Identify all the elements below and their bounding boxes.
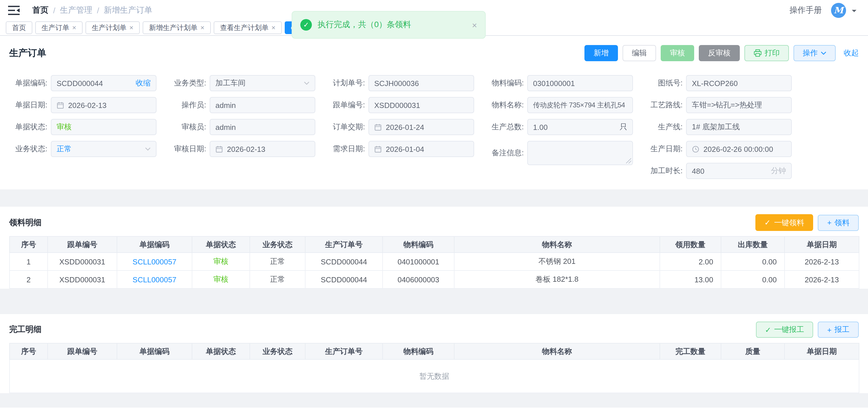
field-audit-date: 审核日期: 2026-02-13 (168, 141, 315, 157)
tab-close-icon[interactable]: × (200, 24, 205, 31)
biz-type-value: 加工车间 (215, 78, 300, 88)
route-input[interactable]: 车钳=>钻孔=>热处理 (686, 97, 792, 113)
field-material-code: 物料编码: 0301000001 (486, 75, 633, 91)
field-doc-status: 单据状态: 审核 (9, 119, 156, 135)
tab-production-order[interactable]: 生产订单 × (35, 21, 83, 34)
material-code-input[interactable]: 0301000001 (527, 75, 633, 91)
clock-icon (692, 145, 700, 153)
cell-material-name: 不锈钢 201 (454, 253, 660, 270)
operator-input[interactable]: admin (210, 97, 315, 113)
finished-work-table: 序号 跟单编号 单据编码 单据状态 业务状态 生产订单号 物料编码 物料名称 完… (9, 343, 859, 393)
biz-status-select[interactable]: 正常 (51, 141, 156, 157)
empty-placeholder: 暂无数据 (9, 359, 859, 393)
field-label: 物料名称: (486, 100, 524, 110)
tab-close-icon[interactable]: × (72, 24, 76, 31)
resize-handle-icon[interactable] (626, 158, 631, 163)
select-caret-icon (304, 82, 310, 85)
total-qty-input[interactable]: 1.00 只 (527, 119, 633, 135)
col-doc-code: 单据编码 (117, 236, 192, 253)
plan-no-input[interactable]: SCJH000036 (368, 75, 474, 91)
field-label: 计划单号: (327, 78, 365, 88)
duration-input[interactable]: 480 分钟 (686, 163, 792, 179)
tab-close-icon[interactable]: × (129, 24, 133, 31)
add-button[interactable]: 新增 (584, 45, 618, 61)
follow-no-value: XSDD000031 (374, 101, 468, 109)
prod-date-input[interactable]: 2026-02-26 00:00:00 (686, 141, 792, 157)
field-plan-no: 计划单号: SCJH000036 (327, 75, 474, 91)
collapse-panel-link[interactable]: 收起 (844, 48, 859, 58)
user-avatar[interactable]: M (831, 3, 846, 18)
cell-biz-status: 正常 (250, 270, 305, 288)
add-requisition-button[interactable]: + 领料 (818, 215, 859, 231)
remark-textarea[interactable] (527, 141, 633, 165)
plan-no-value: SCJH000036 (374, 79, 468, 88)
quick-report-button[interactable]: ✓ 一键报工 (756, 322, 813, 338)
manual-link[interactable]: 操作手册 (789, 5, 822, 15)
col-requisition-qty: 领用数量 (660, 236, 721, 253)
material-name-input[interactable]: 传动皮轮件 735×794 主机孔54 (527, 97, 633, 113)
biz-type-select[interactable]: 加工车间 (210, 75, 315, 91)
select-caret-icon (145, 147, 151, 151)
material-requisition-table: 序号 跟单编号 单据编码 单据状态 业务状态 生产订单号 物料编码 物料名称 领… (9, 236, 859, 289)
unaudit-button[interactable]: 反审核 (699, 45, 740, 61)
add-report-button[interactable]: + 报工 (818, 322, 859, 338)
demand-date-input[interactable]: 2026-01-04 (368, 141, 474, 157)
field-label: 单据日期: (9, 100, 48, 110)
tab-production-plan[interactable]: 生产计划单 × (86, 21, 140, 34)
col-material-name: 物料名称 (454, 343, 660, 359)
tab-home[interactable]: 首页 (6, 21, 32, 34)
follow-no-input[interactable]: XSDD000031 (368, 97, 474, 113)
field-label: 跟单编号: (327, 100, 365, 110)
biz-status-value: 正常 (57, 144, 142, 154)
user-menu-caret-icon[interactable] (852, 9, 857, 14)
field-label: 生产日期: (645, 144, 683, 154)
tab-close-icon[interactable]: × (272, 24, 276, 31)
doc-date-input[interactable]: 2026-02-13 (51, 97, 156, 113)
cell-material-code: 0406000003 (382, 270, 454, 288)
cell-seq: 2 (9, 270, 48, 288)
line-input[interactable]: 1# 底架加工线 (686, 119, 792, 135)
col-biz-status: 业务状态 (250, 236, 305, 253)
edit-button[interactable]: 编辑 (623, 45, 656, 61)
cell-doc-code-link[interactable]: SCLL000057 (117, 270, 192, 288)
material-section-title: 领料明细 (9, 217, 41, 228)
tab-new-production-plan[interactable]: 新增生产计划单 × (143, 21, 211, 34)
cell-seq: 1 (9, 253, 48, 270)
auditor-input[interactable]: admin (210, 119, 315, 135)
field-label: 审核员: (168, 122, 206, 132)
audit-date-input[interactable]: 2026-02-13 (210, 141, 315, 157)
doc-code-input[interactable]: SCDD000044 收缩 (51, 75, 156, 91)
cell-requisition-qty: 13.00 (660, 270, 721, 288)
col-seq: 序号 (9, 343, 48, 359)
print-button[interactable]: 打印 (744, 45, 789, 61)
col-follow-no: 跟单编号 (48, 343, 117, 359)
field-follow-no: 跟单编号: XSDD000031 (327, 97, 474, 113)
breadcrumb-home[interactable]: 首页 (32, 5, 49, 15)
table-row[interactable]: 2 XSDD000031 SCLL000057 审核 正常 SCDD000044… (9, 270, 859, 288)
table-row[interactable]: 1 XSDD000031 SCLL000057 审核 正常 SCDD000044… (9, 253, 859, 270)
drawing-no-value: XL-RCOP260 (692, 79, 786, 88)
field-label: 加工时长: (645, 166, 683, 176)
tab-view-production-plan[interactable]: 查看生产计划单 × (214, 21, 282, 34)
finished-work-card: 完工明细 ✓ 一键报工 + 报工 序号 跟单编号 单据编码 单据状态 业务状态 (0, 314, 868, 393)
cell-doc-code-link[interactable]: SCLL000057 (117, 253, 192, 270)
toast-close-icon[interactable]: × (472, 20, 477, 30)
success-check-icon: ✓ (300, 19, 312, 31)
auditor-value: admin (215, 123, 310, 131)
shrink-link[interactable]: 收缩 (136, 78, 151, 88)
chevron-down-icon (820, 52, 827, 55)
cell-biz-status: 正常 (250, 253, 305, 270)
drawing-no-input[interactable]: XL-RCOP260 (686, 75, 792, 91)
field-label: 订单交期: (327, 122, 365, 132)
material-section-header: 领料明细 ✓ 一键领料 + 领料 (0, 207, 868, 236)
order-form: 单据编码: SCDD000044 收缩 单据日期: 2026-02-13 (0, 66, 868, 183)
breadcrumb-production-management[interactable]: 生产管理 (60, 5, 92, 15)
order-due-input[interactable]: 2026-01-24 (368, 119, 474, 135)
actions-dropdown-button[interactable]: 操作 (794, 45, 836, 61)
calendar-icon (374, 123, 382, 131)
doc-date-value: 2026-02-13 (68, 101, 151, 109)
menu-fold-icon[interactable] (8, 6, 20, 15)
field-biz-status: 业务状态: 正常 (9, 141, 156, 157)
field-doc-code: 单据编码: SCDD000044 收缩 (9, 75, 156, 91)
quick-requisition-button[interactable]: ✓ 一键领料 (755, 214, 813, 231)
